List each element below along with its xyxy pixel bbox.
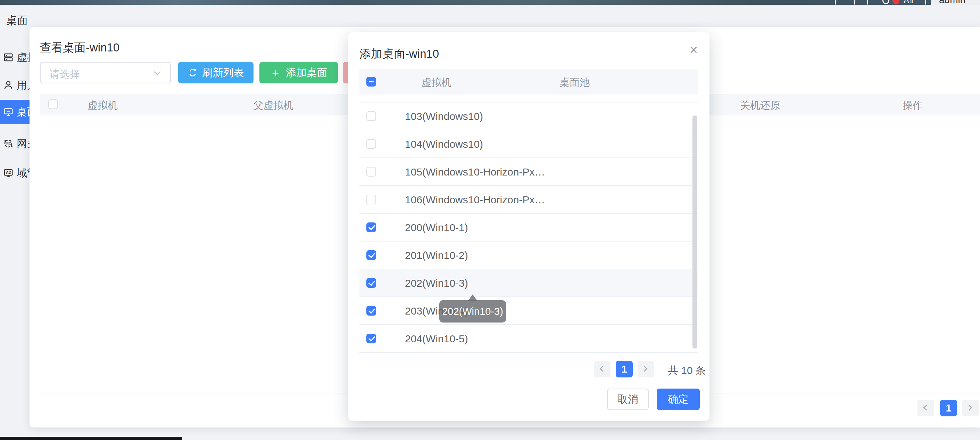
vm-list-item[interactable]: 105(Windows10-Horizon-Px…: [360, 158, 698, 186]
row-checkbox[interactable]: [366, 334, 376, 343]
total-count-label: 共 10 条: [668, 363, 706, 378]
modal-table-header: 虚拟机 桌面池: [360, 69, 698, 94]
language-icon[interactable]: A‖: [904, 0, 914, 5]
prev-page-button[interactable]: [594, 361, 611, 378]
column-header-actions: 操作: [902, 99, 923, 113]
confirm-button[interactable]: 确定: [657, 389, 700, 410]
vm-name: 105(Windows10-Horizon-Px…: [405, 166, 545, 178]
add-desktop-button[interactable]: ＋ 添加桌面: [259, 62, 338, 83]
row-checkbox[interactable]: [366, 167, 376, 177]
row-checkbox[interactable]: [366, 306, 376, 316]
chevron-right-icon: [642, 366, 648, 372]
filter-select[interactable]: 请选择: [40, 62, 171, 83]
vm-name: 103(Windows10): [405, 110, 483, 122]
vm-icon: [3, 52, 14, 62]
vm-name: 106(Windows10-Horizon-Px…: [405, 194, 545, 206]
vm-list-item[interactable]: 104(Windows10): [360, 130, 698, 158]
next-page-button[interactable]: [638, 361, 654, 378]
add-desktop-modal: 添加桌面-win10 × 虚拟机 桌面池 103(Windows10) 104(…: [348, 32, 710, 421]
user-icon: [3, 80, 14, 90]
column-header-shutdown-restore: 关机还原: [740, 99, 780, 113]
top-bar: A‖ admin: [0, 0, 980, 5]
close-icon[interactable]: ×: [690, 43, 698, 57]
vm-name: 104(Windows10): [405, 138, 483, 150]
fullscreen-icon[interactable]: [835, 0, 836, 5]
page-title: 查看桌面-win10: [40, 40, 119, 56]
chevron-left-icon: [923, 405, 929, 411]
select-placeholder: 请选择: [50, 67, 80, 81]
chevron-right-icon: [966, 405, 972, 411]
current-page-button[interactable]: 1: [616, 361, 633, 378]
next-page-button[interactable]: [962, 400, 979, 416]
toolbar-separator: [867, 0, 868, 5]
tooltip: 202(Win10-3): [439, 300, 506, 322]
vm-list-item[interactable]: 103(Windows10): [360, 102, 698, 130]
refresh-icon: [188, 68, 197, 78]
column-header-parent-vm: 父虚拟机: [253, 99, 293, 113]
toolbar-separator: [925, 0, 926, 5]
select-all-checkbox[interactable]: [366, 77, 376, 86]
vm-list-item[interactable]: 201(Win10-2): [360, 242, 698, 269]
desktop-icon: [3, 107, 14, 117]
vm-list-item[interactable]: 106(Windows10-Horizon-Px…: [360, 186, 698, 214]
prev-page-button[interactable]: [918, 400, 934, 416]
plus-icon: ＋: [270, 67, 281, 78]
vm-list-item[interactable]: 202(Win10-3): [360, 269, 698, 297]
chevron-left-icon: [600, 366, 606, 372]
row-checkbox[interactable]: [366, 111, 376, 121]
row-checkbox[interactable]: [366, 139, 376, 149]
svg-text:RD: RD: [6, 142, 11, 146]
select-all-checkbox[interactable]: [48, 99, 58, 109]
svg-text:AD: AD: [6, 170, 11, 174]
column-header-vm: 虚拟机: [421, 76, 452, 90]
vm-name: 204(Win10-5): [405, 333, 468, 345]
row-checkbox[interactable]: [366, 194, 376, 204]
vm-name: 202(Win10-3): [405, 277, 468, 289]
vm-list-item[interactable]: 204(Win10-5): [360, 325, 698, 353]
username-label[interactable]: admin: [939, 0, 966, 5]
chevron-down-icon: [154, 69, 161, 75]
screen: A‖ admin 桌面 虚拟 用户: [0, 0, 980, 440]
row-checkbox[interactable]: [366, 278, 376, 288]
refresh-button-label: 刷新列表: [202, 66, 244, 80]
domain-icon: AD: [3, 168, 14, 178]
row-checkbox[interactable]: [366, 222, 376, 232]
cancel-button[interactable]: 取消: [607, 389, 649, 410]
current-page-button[interactable]: 1: [940, 400, 957, 416]
vm-list: 103(Windows10) 104(Windows10) 105(Window…: [360, 102, 698, 353]
notification-badge: [892, 0, 899, 5]
taskbar-fragment: [0, 437, 182, 440]
add-button-label: 添加桌面: [286, 66, 328, 80]
vm-name: 200(Win10-1): [405, 222, 468, 234]
gateway-icon: RD: [3, 138, 14, 149]
vm-list-item[interactable]: 203(Win10-4): [360, 297, 698, 325]
vm-list-item[interactable]: 200(Win10-1): [360, 214, 698, 242]
vm-name: 201(Win10-2): [405, 250, 468, 261]
modal-title: 添加桌面-win10: [360, 46, 439, 62]
scrollbar-thumb[interactable]: [692, 115, 697, 349]
toolbar-separator: [854, 0, 855, 5]
refresh-list-button[interactable]: 刷新列表: [178, 62, 253, 83]
column-header-desktop-pool: 桌面池: [560, 76, 590, 90]
bell-icon[interactable]: [882, 0, 889, 4]
column-header-vm: 虚拟机: [88, 99, 118, 113]
row-checkbox[interactable]: [366, 250, 376, 260]
